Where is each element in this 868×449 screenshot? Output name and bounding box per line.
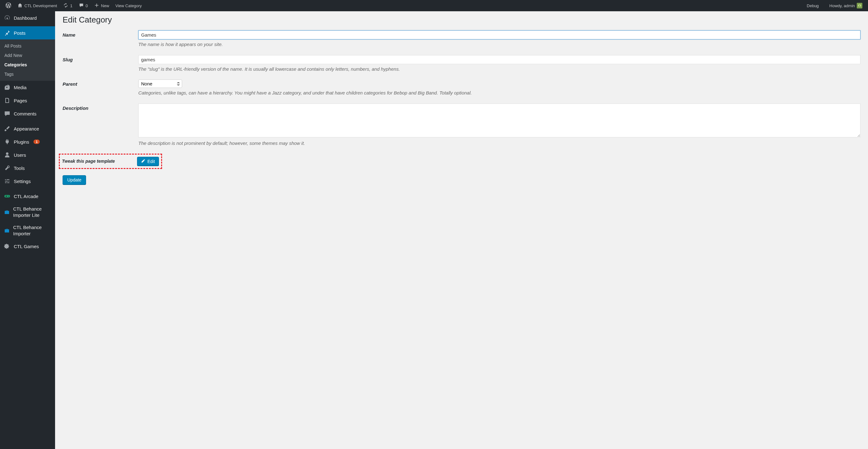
svg-point-1 — [859, 5, 860, 6]
parent-help: Categories, unlike tags, can have a hier… — [138, 90, 861, 97]
sidebar-item-tools[interactable]: Tools — [0, 161, 55, 174]
comment-count: 0 — [86, 3, 88, 8]
field-row-description: Description The description is not promi… — [63, 103, 861, 147]
sidebar-label: CTL Behance Importer — [13, 224, 51, 236]
gamepad-icon — [4, 193, 11, 200]
name-help: The name is how it appears on your site. — [138, 41, 861, 48]
sidebar-item-users[interactable]: Users — [0, 148, 55, 161]
site-name: CTL Development — [24, 3, 57, 8]
new-label: New — [101, 3, 109, 8]
sidebar-label: CTL Arcade — [14, 194, 38, 199]
main-content: Edit Category Name The name is how it ap… — [55, 11, 868, 449]
parent-label: Parent — [63, 79, 138, 87]
admin-bar: CTL Development 1 0 New View Category De… — [0, 0, 868, 11]
site-name-link[interactable]: CTL Development — [14, 0, 60, 11]
slug-help: The "slug" is the URL-friendly version o… — [138, 66, 861, 73]
sidebar-label: Pages — [14, 98, 27, 103]
parent-select[interactable]: None — [138, 79, 182, 88]
view-category-link[interactable]: View Category — [112, 0, 145, 11]
page-title: Edit Category — [63, 15, 861, 25]
sidebar-item-media[interactable]: Media — [0, 81, 55, 94]
sidebar-item-ctl-behance[interactable]: CTL Behance Importer — [0, 221, 55, 240]
updates-link[interactable]: 1 — [60, 0, 75, 11]
account-link[interactable]: Howdy, admin — [826, 0, 866, 11]
wordpress-icon — [6, 2, 11, 9]
sidebar-label: CTL Games — [14, 244, 39, 249]
home-icon — [18, 3, 23, 9]
sidebar-item-ctl-games[interactable]: CTL Games — [0, 240, 55, 253]
admin-sidebar: Dashboard Posts All Posts Add New Catego… — [0, 11, 55, 449]
debug-link[interactable]: Debug — [804, 0, 822, 11]
sidebar-item-ctl-behance-lite[interactable]: CTL Behance Importer Lite — [0, 203, 55, 221]
sidebar-item-ctl-arcade[interactable]: CTL Arcade — [0, 190, 55, 203]
brush-icon — [4, 125, 11, 132]
submenu-categories[interactable]: Categories — [0, 60, 55, 69]
description-help: The description is not prominent by defa… — [138, 140, 861, 147]
pin-icon — [4, 29, 11, 36]
wp-logo[interactable] — [2, 0, 14, 11]
sidebar-label: Tools — [14, 165, 25, 171]
sidebar-label: Settings — [14, 179, 31, 184]
sidebar-label: Comments — [14, 111, 37, 117]
media-icon — [4, 84, 11, 91]
sidebar-item-posts[interactable]: Posts — [0, 26, 55, 39]
sliders-icon — [4, 178, 11, 185]
description-label: Description — [63, 103, 138, 111]
sidebar-item-settings[interactable]: Settings — [0, 174, 55, 188]
tweak-label: Tweak this page template — [62, 157, 137, 164]
highlight-box: Tweak this page template Edit — [59, 154, 162, 169]
edit-template-button[interactable]: Edit — [137, 157, 159, 166]
sidebar-item-pages[interactable]: Pages — [0, 94, 55, 107]
field-row-slug: Slug The "slug" is the URL-friendly vers… — [63, 55, 861, 73]
puzzle-icon — [4, 243, 11, 250]
comments-link[interactable]: 0 — [76, 0, 91, 11]
submenu-all-posts[interactable]: All Posts — [0, 41, 55, 51]
sidebar-label: CTL Behance Importer Lite — [13, 206, 51, 218]
new-content-link[interactable]: New — [91, 0, 112, 11]
field-row-parent: Parent None Categories, unlike tags, can… — [63, 79, 861, 97]
sidebar-item-dashboard[interactable]: Dashboard — [0, 11, 55, 24]
view-label: View Category — [116, 3, 142, 8]
greeting-text: Howdy, admin — [830, 3, 855, 8]
slug-label: Slug — [63, 55, 138, 62]
wrench-icon — [4, 165, 11, 171]
update-button[interactable]: Update — [63, 175, 86, 185]
briefcase-icon — [4, 227, 10, 234]
sidebar-item-plugins[interactable]: Plugins 1 — [0, 135, 55, 148]
refresh-icon — [63, 3, 68, 9]
plug-icon — [4, 138, 11, 145]
name-label: Name — [63, 30, 138, 37]
submenu-add-new[interactable]: Add New — [0, 51, 55, 60]
sidebar-label: Appearance — [14, 126, 39, 131]
submenu-tags[interactable]: Tags — [0, 69, 55, 79]
briefcase-icon — [4, 209, 10, 216]
sidebar-label: Media — [14, 85, 27, 90]
name-input[interactable] — [138, 30, 861, 39]
sidebar-label: Plugins — [14, 139, 29, 145]
description-textarea[interactable] — [138, 103, 861, 137]
avatar — [857, 3, 862, 8]
sidebar-item-comments[interactable]: Comments — [0, 107, 55, 120]
dashboard-icon — [4, 14, 11, 21]
sidebar-label: Posts — [14, 30, 26, 36]
slug-input[interactable] — [138, 55, 861, 64]
sidebar-label: Dashboard — [14, 15, 37, 21]
user-icon — [4, 152, 11, 158]
pencil-icon — [141, 159, 146, 164]
update-count: 1 — [70, 3, 72, 8]
page-icon — [4, 97, 11, 104]
sidebar-item-appearance[interactable]: Appearance — [0, 122, 55, 135]
comment-icon — [79, 3, 84, 9]
comment-icon — [4, 110, 11, 117]
field-row-name: Name The name is how it appears on your … — [63, 30, 861, 48]
plugins-badge: 1 — [33, 139, 40, 144]
plus-icon — [94, 3, 99, 9]
posts-submenu: All Posts Add New Categories Tags — [0, 39, 55, 81]
sidebar-label: Users — [14, 152, 26, 158]
